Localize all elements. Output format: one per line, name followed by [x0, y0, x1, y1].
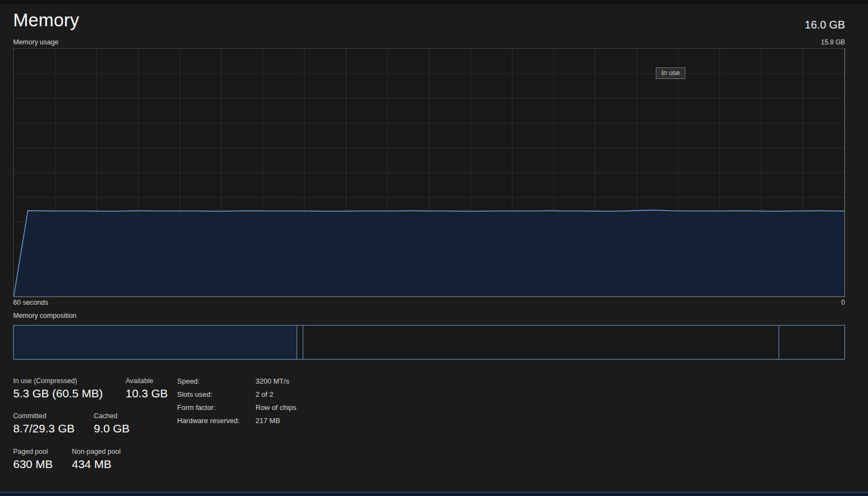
detail-slots-used-value: 2 of 2	[256, 390, 274, 403]
stat-available-value: 10.3 GB	[126, 387, 168, 400]
task-manager-memory-page: Memory 16.0 GB Memory usage 15.8 GB In u…	[0, 0, 868, 496]
memory-usage-label: Memory usage	[13, 38, 59, 46]
stat-non-paged-pool-label: Non-paged pool	[72, 448, 121, 455]
detail-hardware-reserved-value: 217 MB	[256, 417, 280, 430]
stat-cached: Cached 9.0 GB	[94, 412, 129, 435]
detail-form-factor-label: Form factor:	[177, 403, 256, 417]
detail-speed-label: Speed:	[177, 377, 256, 390]
detail-form-factor: Form factor: Row of chips	[177, 403, 296, 417]
memory-composition-label: Memory composition	[13, 312, 76, 320]
in-use-tooltip: In use	[656, 67, 685, 79]
stat-non-paged-pool: Non-paged pool 434 MB	[72, 448, 121, 471]
bottom-window-edge	[0, 492, 868, 496]
hardware-details: Speed: 3200 MT/s Slots used: 2 of 2 Form…	[177, 377, 296, 430]
detail-hardware-reserved-label: Hardware reserved:	[177, 417, 256, 430]
stat-paged-pool: Paged pool 630 MB	[13, 448, 53, 471]
stat-paged-pool-label: Paged pool	[13, 448, 53, 455]
memory-usage-chart[interactable]: In use	[13, 48, 845, 297]
stat-committed-label: Committed	[13, 412, 75, 420]
x-axis-left-label: 60 seconds	[13, 299, 48, 306]
stat-committed: Committed 8.7/29.3 GB	[13, 412, 75, 435]
page-title: Memory	[13, 10, 79, 31]
stat-in-use-label: In use (Compressed)	[13, 377, 103, 385]
stat-available-label: Available	[126, 377, 168, 385]
stat-in-use-value: 5.3 GB (60.5 MB)	[13, 387, 103, 400]
memory-composition-bar[interactable]	[13, 325, 845, 360]
detail-form-factor-value: Row of chips	[256, 403, 296, 417]
composition-segment-free[interactable]	[779, 326, 844, 359]
usage-area-chart	[14, 49, 844, 297]
x-axis-right-label: 0	[841, 299, 845, 306]
composition-segment-modified[interactable]	[297, 326, 303, 359]
stat-paged-pool-value: 630 MB	[13, 458, 53, 471]
stat-committed-value: 8.7/29.3 GB	[13, 422, 75, 435]
detail-slots-used-label: Slots used:	[177, 390, 256, 403]
detail-slots-used: Slots used: 2 of 2	[177, 390, 296, 403]
stat-available: Available 10.3 GB	[126, 377, 168, 400]
detail-speed-value: 3200 MT/s	[256, 377, 289, 390]
window-top-edge	[0, 0, 868, 4]
total-memory-capacity: 16.0 GB	[805, 19, 845, 31]
stat-non-paged-pool-value: 434 MB	[72, 458, 121, 471]
composition-segment-in-use[interactable]	[14, 326, 297, 359]
stat-cached-value: 9.0 GB	[94, 422, 129, 435]
detail-hardware-reserved: Hardware reserved: 217 MB	[177, 417, 296, 430]
stat-cached-label: Cached	[94, 412, 129, 420]
chart-max-label: 15.8 GB	[821, 38, 845, 46]
detail-speed: Speed: 3200 MT/s	[177, 377, 296, 390]
composition-segment-standby[interactable]	[303, 326, 779, 359]
stat-in-use: In use (Compressed) 5.3 GB (60.5 MB)	[13, 377, 103, 400]
